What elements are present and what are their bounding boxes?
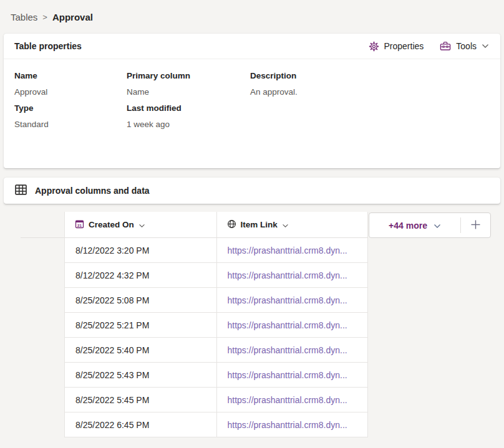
add-column-button[interactable] bbox=[461, 219, 490, 232]
created-on-cell[interactable]: 8/12/2022 3:20 PM bbox=[65, 238, 217, 263]
column-header-created-on[interactable]: 21 Created On bbox=[65, 212, 217, 238]
created-on-cell[interactable]: 8/25/2022 5:45 PM bbox=[65, 388, 217, 412]
toolbox-icon bbox=[440, 41, 451, 51]
grid-header-row: 21 Created On Item bbox=[65, 212, 368, 238]
field-value-description: An approval. bbox=[250, 84, 490, 100]
breadcrumb: Tables > Approval bbox=[0, 0, 504, 22]
tools-button[interactable]: Tools bbox=[440, 41, 489, 51]
gear-icon bbox=[369, 41, 379, 52]
item-link-cell[interactable]: https://prashanttrial.crm8.dyn... bbox=[217, 388, 369, 412]
item-link-cell[interactable]: https://prashanttrial.crm8.dyn... bbox=[217, 363, 369, 388]
globe-icon bbox=[227, 219, 236, 231]
field-label-name: Name bbox=[14, 68, 127, 84]
created-on-cell[interactable]: 8/25/2022 5:40 PM bbox=[65, 338, 217, 363]
created-on-cell[interactable]: 8/25/2022 5:08 PM bbox=[65, 288, 217, 313]
properties-button[interactable]: Properties bbox=[369, 41, 424, 52]
created-on-cell[interactable]: 8/25/2022 5:21 PM bbox=[65, 313, 217, 338]
more-columns-label: +44 more bbox=[389, 221, 427, 231]
item-link-cell[interactable]: https://prashanttrial.crm8.dyn... bbox=[217, 313, 369, 338]
field-label-last-modified: Last modified bbox=[127, 100, 250, 117]
table-row: 8/25/2022 5:45 PM https://prashanttrial.… bbox=[65, 388, 368, 412]
table-properties-fields: Name Approval Type Standard Primary colu… bbox=[4, 59, 500, 133]
columns-data-section-header[interactable]: Approval columns and data bbox=[4, 178, 500, 204]
table-properties-card: Table properties bbox=[4, 34, 500, 168]
column-header-item-link[interactable]: Item Link bbox=[217, 212, 369, 238]
item-link-cell[interactable]: https://prashanttrial.crm8.dyn... bbox=[217, 338, 369, 363]
item-link-cell[interactable]: https://prashanttrial.crm8.dyn... bbox=[217, 288, 369, 313]
table-row: 8/12/2022 4:32 PM https://prashanttrial.… bbox=[65, 263, 368, 288]
plus-icon bbox=[470, 219, 481, 232]
chevron-down-icon bbox=[282, 220, 289, 230]
field-value-primary-column: Name bbox=[127, 84, 250, 100]
column-actions-box: +44 more bbox=[369, 212, 491, 238]
properties-button-label: Properties bbox=[384, 41, 424, 51]
breadcrumb-tables-link[interactable]: Tables bbox=[11, 12, 37, 22]
field-value-name: Approval bbox=[14, 84, 127, 100]
field-value-last-modified: 1 week ago bbox=[127, 117, 250, 133]
created-on-cell[interactable]: 8/12/2022 4:32 PM bbox=[65, 263, 217, 288]
item-link-cell[interactable]: https://prashanttrial.crm8.dyn... bbox=[217, 238, 369, 263]
table-row: 8/25/2022 5:21 PM https://prashanttrial.… bbox=[65, 313, 368, 338]
field-value-type: Standard bbox=[14, 117, 127, 133]
created-on-cell[interactable]: 8/25/2022 6:45 PM bbox=[65, 412, 217, 437]
calendar-icon: 21 bbox=[75, 219, 84, 231]
column-header-label: Item Link bbox=[241, 220, 278, 229]
tools-button-label: Tools bbox=[456, 41, 477, 51]
section-title: Approval columns and data bbox=[35, 186, 150, 196]
field-label-description: Description bbox=[250, 68, 490, 84]
table-row: 8/25/2022 5:43 PM https://prashanttrial.… bbox=[65, 363, 368, 388]
field-label-primary-column: Primary column bbox=[127, 68, 250, 84]
item-link-cell[interactable]: https://prashanttrial.crm8.dyn... bbox=[217, 412, 369, 437]
item-link-cell[interactable]: https://prashanttrial.crm8.dyn... bbox=[217, 263, 369, 288]
table-row: 8/25/2022 5:08 PM https://prashanttrial.… bbox=[65, 288, 368, 313]
table-row: 8/25/2022 6:45 PM https://prashanttrial.… bbox=[65, 412, 368, 437]
column-header-label: Created On bbox=[89, 220, 134, 229]
chevron-down-icon bbox=[434, 221, 441, 231]
more-columns-button[interactable]: +44 more bbox=[369, 221, 460, 231]
grid-gutter-divider bbox=[21, 237, 64, 238]
table-row: 8/25/2022 5:40 PM https://prashanttrial.… bbox=[65, 338, 368, 363]
data-grid: 21 Created On Item bbox=[0, 212, 504, 439]
breadcrumb-separator-icon: > bbox=[42, 12, 47, 22]
breadcrumb-current: Approval bbox=[52, 12, 93, 22]
card-actions: Properties Tools bbox=[369, 41, 490, 52]
created-on-cell[interactable]: 8/25/2022 5:43 PM bbox=[65, 363, 217, 388]
svg-text:21: 21 bbox=[77, 222, 82, 227]
chevron-down-icon bbox=[482, 44, 489, 49]
field-label-type: Type bbox=[14, 100, 127, 117]
grid-table: 21 Created On Item bbox=[64, 212, 368, 437]
table-properties-header: Table properties bbox=[4, 34, 500, 59]
table-row: 8/12/2022 3:20 PM https://prashanttrial.… bbox=[65, 238, 368, 263]
card-title: Table properties bbox=[14, 41, 82, 51]
table-grid-icon bbox=[15, 184, 27, 197]
chevron-down-icon bbox=[138, 220, 145, 230]
